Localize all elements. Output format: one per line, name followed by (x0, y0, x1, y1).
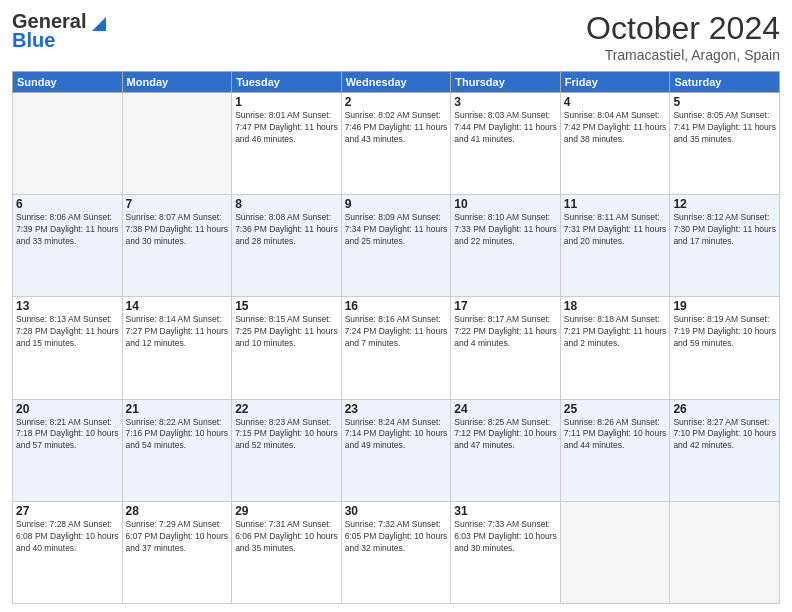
calendar-day-cell: 13Sunrise: 8:13 AM Sunset: 7:28 PM Dayli… (13, 297, 123, 399)
day-info: Sunrise: 8:19 AM Sunset: 7:19 PM Dayligh… (673, 314, 776, 350)
calendar-day-cell (13, 93, 123, 195)
day-number: 26 (673, 402, 776, 416)
calendar-day-cell: 16Sunrise: 8:16 AM Sunset: 7:24 PM Dayli… (341, 297, 451, 399)
calendar-day-cell: 19Sunrise: 8:19 AM Sunset: 7:19 PM Dayli… (670, 297, 780, 399)
day-info: Sunrise: 7:29 AM Sunset: 6:07 PM Dayligh… (126, 519, 229, 555)
calendar-day-cell: 28Sunrise: 7:29 AM Sunset: 6:07 PM Dayli… (122, 501, 232, 603)
calendar-day-cell: 31Sunrise: 7:33 AM Sunset: 6:03 PM Dayli… (451, 501, 561, 603)
day-header-friday: Friday (560, 72, 670, 93)
day-number: 2 (345, 95, 448, 109)
day-number: 10 (454, 197, 557, 211)
calendar-day-cell: 5Sunrise: 8:05 AM Sunset: 7:41 PM Daylig… (670, 93, 780, 195)
day-number: 24 (454, 402, 557, 416)
day-info: Sunrise: 8:14 AM Sunset: 7:27 PM Dayligh… (126, 314, 229, 350)
calendar-table: SundayMondayTuesdayWednesdayThursdayFrid… (12, 71, 780, 604)
calendar-day-cell: 21Sunrise: 8:22 AM Sunset: 7:16 PM Dayli… (122, 399, 232, 501)
calendar-day-cell: 27Sunrise: 7:28 AM Sunset: 6:08 PM Dayli… (13, 501, 123, 603)
calendar-week-row: 13Sunrise: 8:13 AM Sunset: 7:28 PM Dayli… (13, 297, 780, 399)
calendar-day-cell: 6Sunrise: 8:06 AM Sunset: 7:39 PM Daylig… (13, 195, 123, 297)
calendar-week-row: 1Sunrise: 8:01 AM Sunset: 7:47 PM Daylig… (13, 93, 780, 195)
day-number: 22 (235, 402, 338, 416)
day-number: 14 (126, 299, 229, 313)
calendar-day-cell: 25Sunrise: 8:26 AM Sunset: 7:11 PM Dayli… (560, 399, 670, 501)
day-info: Sunrise: 8:26 AM Sunset: 7:11 PM Dayligh… (564, 417, 667, 453)
calendar-day-cell: 8Sunrise: 8:08 AM Sunset: 7:36 PM Daylig… (232, 195, 342, 297)
calendar-day-cell: 4Sunrise: 8:04 AM Sunset: 7:42 PM Daylig… (560, 93, 670, 195)
day-info: Sunrise: 7:31 AM Sunset: 6:06 PM Dayligh… (235, 519, 338, 555)
calendar-day-cell: 12Sunrise: 8:12 AM Sunset: 7:30 PM Dayli… (670, 195, 780, 297)
day-info: Sunrise: 8:08 AM Sunset: 7:36 PM Dayligh… (235, 212, 338, 248)
day-number: 27 (16, 504, 119, 518)
day-header-monday: Monday (122, 72, 232, 93)
day-info: Sunrise: 8:21 AM Sunset: 7:18 PM Dayligh… (16, 417, 119, 453)
day-info: Sunrise: 8:12 AM Sunset: 7:30 PM Dayligh… (673, 212, 776, 248)
calendar-day-cell: 24Sunrise: 8:25 AM Sunset: 7:12 PM Dayli… (451, 399, 561, 501)
day-info: Sunrise: 8:09 AM Sunset: 7:34 PM Dayligh… (345, 212, 448, 248)
calendar-header-row: SundayMondayTuesdayWednesdayThursdayFrid… (13, 72, 780, 93)
day-number: 23 (345, 402, 448, 416)
day-info: Sunrise: 8:25 AM Sunset: 7:12 PM Dayligh… (454, 417, 557, 453)
day-number: 21 (126, 402, 229, 416)
day-header-wednesday: Wednesday (341, 72, 451, 93)
day-number: 28 (126, 504, 229, 518)
calendar-day-cell: 14Sunrise: 8:14 AM Sunset: 7:27 PM Dayli… (122, 297, 232, 399)
header: General Blue October 2024 Tramacastiel, … (12, 10, 780, 63)
day-number: 31 (454, 504, 557, 518)
day-number: 7 (126, 197, 229, 211)
calendar-day-cell: 11Sunrise: 8:11 AM Sunset: 7:31 PM Dayli… (560, 195, 670, 297)
location-title: Tramacastiel, Aragon, Spain (586, 47, 780, 63)
day-number: 20 (16, 402, 119, 416)
day-header-thursday: Thursday (451, 72, 561, 93)
calendar-day-cell: 30Sunrise: 7:32 AM Sunset: 6:05 PM Dayli… (341, 501, 451, 603)
day-number: 6 (16, 197, 119, 211)
calendar-day-cell: 2Sunrise: 8:02 AM Sunset: 7:46 PM Daylig… (341, 93, 451, 195)
day-number: 3 (454, 95, 557, 109)
calendar-day-cell: 1Sunrise: 8:01 AM Sunset: 7:47 PM Daylig… (232, 93, 342, 195)
calendar-day-cell: 10Sunrise: 8:10 AM Sunset: 7:33 PM Dayli… (451, 195, 561, 297)
day-number: 12 (673, 197, 776, 211)
calendar-day-cell: 29Sunrise: 7:31 AM Sunset: 6:06 PM Dayli… (232, 501, 342, 603)
day-info: Sunrise: 8:05 AM Sunset: 7:41 PM Dayligh… (673, 110, 776, 146)
day-number: 19 (673, 299, 776, 313)
day-number: 11 (564, 197, 667, 211)
day-info: Sunrise: 8:18 AM Sunset: 7:21 PM Dayligh… (564, 314, 667, 350)
logo-triangle-icon (88, 13, 106, 31)
day-info: Sunrise: 8:15 AM Sunset: 7:25 PM Dayligh… (235, 314, 338, 350)
calendar-day-cell: 23Sunrise: 8:24 AM Sunset: 7:14 PM Dayli… (341, 399, 451, 501)
day-info: Sunrise: 8:06 AM Sunset: 7:39 PM Dayligh… (16, 212, 119, 248)
day-number: 9 (345, 197, 448, 211)
calendar-day-cell: 7Sunrise: 8:07 AM Sunset: 7:38 PM Daylig… (122, 195, 232, 297)
day-number: 15 (235, 299, 338, 313)
day-info: Sunrise: 8:16 AM Sunset: 7:24 PM Dayligh… (345, 314, 448, 350)
day-info: Sunrise: 8:13 AM Sunset: 7:28 PM Dayligh… (16, 314, 119, 350)
day-number: 17 (454, 299, 557, 313)
day-number: 30 (345, 504, 448, 518)
day-header-sunday: Sunday (13, 72, 123, 93)
day-info: Sunrise: 8:07 AM Sunset: 7:38 PM Dayligh… (126, 212, 229, 248)
calendar-week-row: 6Sunrise: 8:06 AM Sunset: 7:39 PM Daylig… (13, 195, 780, 297)
day-number: 13 (16, 299, 119, 313)
calendar-week-row: 20Sunrise: 8:21 AM Sunset: 7:18 PM Dayli… (13, 399, 780, 501)
calendar-day-cell: 18Sunrise: 8:18 AM Sunset: 7:21 PM Dayli… (560, 297, 670, 399)
calendar-day-cell (670, 501, 780, 603)
calendar-day-cell: 17Sunrise: 8:17 AM Sunset: 7:22 PM Dayli… (451, 297, 561, 399)
day-info: Sunrise: 8:27 AM Sunset: 7:10 PM Dayligh… (673, 417, 776, 453)
calendar-day-cell: 20Sunrise: 8:21 AM Sunset: 7:18 PM Dayli… (13, 399, 123, 501)
day-header-saturday: Saturday (670, 72, 780, 93)
day-number: 1 (235, 95, 338, 109)
calendar-day-cell: 15Sunrise: 8:15 AM Sunset: 7:25 PM Dayli… (232, 297, 342, 399)
calendar-day-cell: 22Sunrise: 8:23 AM Sunset: 7:15 PM Dayli… (232, 399, 342, 501)
day-info: Sunrise: 8:10 AM Sunset: 7:33 PM Dayligh… (454, 212, 557, 248)
day-info: Sunrise: 8:04 AM Sunset: 7:42 PM Dayligh… (564, 110, 667, 146)
day-number: 29 (235, 504, 338, 518)
page: General Blue October 2024 Tramacastiel, … (0, 0, 792, 612)
logo-blue: Blue (12, 29, 55, 52)
day-info: Sunrise: 8:03 AM Sunset: 7:44 PM Dayligh… (454, 110, 557, 146)
day-info: Sunrise: 7:33 AM Sunset: 6:03 PM Dayligh… (454, 519, 557, 555)
day-number: 5 (673, 95, 776, 109)
day-info: Sunrise: 8:02 AM Sunset: 7:46 PM Dayligh… (345, 110, 448, 146)
day-info: Sunrise: 7:28 AM Sunset: 6:08 PM Dayligh… (16, 519, 119, 555)
day-number: 8 (235, 197, 338, 211)
day-info: Sunrise: 8:22 AM Sunset: 7:16 PM Dayligh… (126, 417, 229, 453)
calendar-day-cell: 9Sunrise: 8:09 AM Sunset: 7:34 PM Daylig… (341, 195, 451, 297)
